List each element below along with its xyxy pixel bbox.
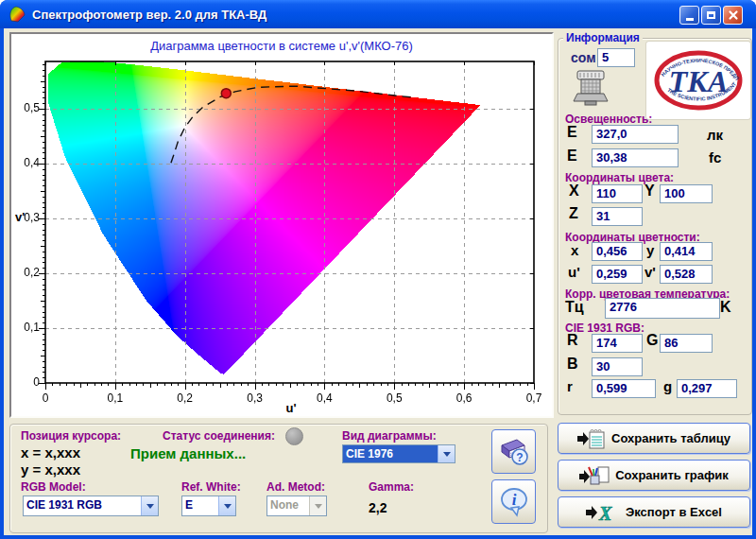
x-tick-label: 0,7 [520, 391, 548, 405]
save-graph-icon [579, 464, 610, 487]
g-small-field[interactable]: 0,297 [677, 379, 737, 398]
rgb-model-select[interactable]: CIE 1931 RGB [23, 496, 159, 516]
x-tick-label: 0,6 [450, 391, 478, 405]
z-tristimulus-field[interactable]: 31 [592, 207, 643, 226]
y-tick-label: 0,4 [11, 156, 40, 169]
save-graph-button[interactable]: Сохранить график [558, 460, 750, 491]
e-lux-field[interactable]: 327,0 [592, 125, 679, 144]
v-chroma-label: v' [644, 264, 656, 280]
cct-field[interactable]: 2776 [605, 298, 720, 319]
window-border-left [0, 28, 4, 539]
e-fc-label: E [567, 148, 577, 165]
svg-text:?: ? [516, 451, 523, 464]
ref-white-label: Ref. White: [181, 480, 241, 494]
ref-white-value: E [182, 496, 218, 515]
chevron-down-icon[interactable] [438, 445, 455, 462]
adaptation-method-value: None [267, 496, 309, 515]
x-tristimulus-label: X [569, 183, 579, 200]
window-border-right [752, 28, 756, 539]
y-tick-label: 0,1 [11, 321, 40, 334]
x-chroma-label: x [571, 242, 578, 258]
b-field[interactable]: 30 [592, 357, 643, 376]
chart-panel: Диаграмма цветности в системе u',v'(МКО-… [9, 32, 554, 418]
title-bar[interactable]: Спектрофотометр вер. 2.0 для ТКА-ВД [0, 0, 756, 28]
u-chroma-label: u' [568, 264, 580, 280]
diagram-view-label: Вид диаграммы: [342, 429, 437, 443]
y-tick-label: 0,2 [11, 266, 40, 279]
rgb-model-value: CIE 1931 RGB [24, 496, 141, 515]
rgb-model-label: RGB Model: [21, 480, 86, 494]
adaptation-method-select: None [266, 496, 327, 516]
g-small-label: g [663, 378, 672, 394]
y-tick-label: 0,5 [11, 101, 40, 114]
x-tick-label: 0,5 [380, 391, 408, 405]
x-tristimulus-field[interactable]: 110 [592, 184, 643, 203]
com-port-field[interactable]: 5 [597, 48, 635, 67]
chromaticity-canvas[interactable] [36, 57, 541, 393]
export-excel-label: Экспорт в Excel [626, 505, 722, 519]
gamma-label: Gamma: [369, 480, 414, 494]
chevron-down-icon[interactable] [218, 496, 235, 515]
x-tick-label: 0,2 [171, 391, 199, 405]
x-tick-label: 0,3 [241, 391, 269, 405]
g-label: G [646, 332, 658, 349]
svg-text:X: X [598, 503, 612, 523]
minimize-button[interactable] [679, 6, 699, 25]
y-tristimulus-field[interactable]: 100 [660, 184, 713, 203]
help-button[interactable]: ? [491, 429, 536, 474]
maximize-button[interactable] [701, 6, 721, 25]
kelvin-unit-label: K [720, 299, 731, 316]
chart-title: Диаграмма цветности в системе u',v'(МКО-… [11, 39, 552, 53]
info-balloon-icon: i [499, 487, 529, 517]
excel-icon: X [586, 502, 620, 523]
r-small-field[interactable]: 0,599 [592, 379, 656, 398]
v-chroma-field[interactable]: 0,528 [660, 265, 713, 284]
close-button[interactable] [723, 6, 743, 25]
status-message: Прием данных... [130, 445, 246, 461]
y-tick-label: 0 [11, 375, 40, 389]
ref-white-select[interactable]: E [181, 496, 236, 516]
g-field[interactable]: 86 [660, 334, 713, 353]
adaptation-method-label: Ad. Metod: [266, 480, 325, 494]
lux-unit-label: лк [707, 127, 723, 143]
x-tick-label: 0,4 [310, 391, 338, 405]
fc-unit-label: fc [709, 149, 721, 165]
export-excel-button[interactable]: X Экспорт в Excel [558, 496, 750, 528]
y-tristimulus-label: Y [644, 183, 655, 200]
cursor-y-value: y = x,xxx [21, 461, 80, 478]
xyz-title: Координаты цвета: [565, 171, 674, 184]
u-chroma-field[interactable]: 0,259 [592, 265, 643, 284]
info-button[interactable]: i [491, 479, 536, 524]
app-icon [8, 5, 26, 24]
x-chroma-field[interactable]: 0,456 [592, 242, 643, 261]
save-table-button[interactable]: Сохранить таблицу [558, 423, 750, 454]
close-icon [728, 9, 739, 21]
z-tristimulus-label: Z [569, 205, 578, 222]
e-lux-label: E [567, 124, 577, 141]
window-border-bottom [0, 535, 756, 539]
window-title: Спектрофотометр вер. 2.0 для ТКА-ВД [32, 8, 266, 22]
e-fc-field[interactable]: 30,38 [592, 148, 679, 167]
x-axis-label: u' [272, 401, 310, 415]
save-table-label: Сохранить таблицу [611, 431, 730, 445]
chevron-down-icon [309, 496, 326, 515]
x-tick-label: 0 [31, 391, 60, 405]
tka-logo: НАУЧНО-ТЕХНИЧЕСКОЕ ПРЕДПРИЯТИЕ THE SCIEN… [646, 42, 750, 119]
com-port-label: сом [571, 50, 596, 65]
info-group-title: Информация [563, 31, 643, 44]
b-label: B [567, 356, 578, 373]
y-tick-label: 0,3 [11, 211, 40, 224]
diagram-view-select[interactable]: CIE 1976 [342, 444, 455, 463]
save-table-icon [577, 428, 606, 449]
save-graph-label: Сохранить график [615, 468, 729, 482]
svg-text:i: i [511, 491, 516, 509]
chevron-down-icon[interactable] [141, 496, 158, 515]
gamma-value: 2,2 [369, 500, 387, 515]
r-field[interactable]: 174 [592, 334, 643, 353]
x-tick-label: 0,1 [101, 391, 129, 405]
connection-status-title: Статус соединения: [163, 429, 275, 443]
cct-label: Тц [565, 299, 584, 316]
serial-port-icon [571, 70, 610, 112]
cursor-position-title: Позиция курсора: [21, 429, 121, 443]
y-chroma-field[interactable]: 0,414 [660, 242, 713, 261]
